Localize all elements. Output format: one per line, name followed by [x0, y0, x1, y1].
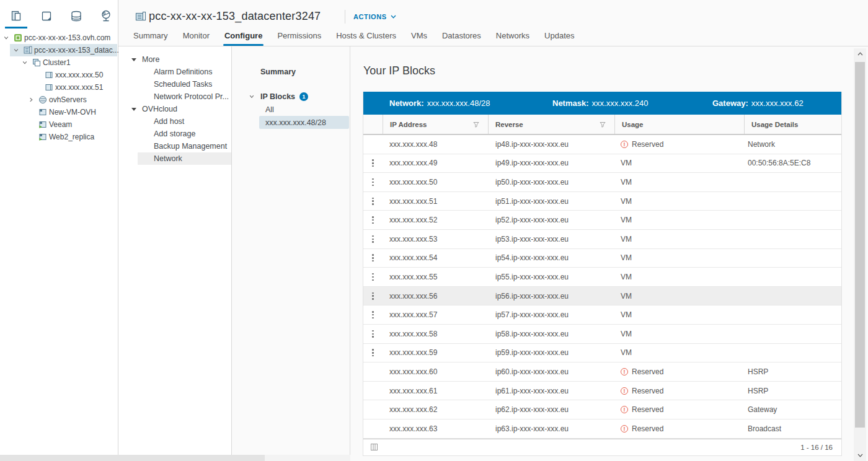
vms-and-templates-icon[interactable]	[40, 9, 53, 23]
scroll-up-arrow[interactable]	[854, 50, 866, 58]
cell-usage: !Reserved	[614, 387, 744, 395]
ipblock-item-all[interactable]: All	[259, 103, 349, 116]
tree-item-pcc-xx-xx-xx-153-ovh-com[interactable]: pcc-xx-xx-xx-153.ovh.com	[0, 32, 117, 44]
scroll-down-arrow[interactable]	[854, 451, 866, 460]
table-row-48[interactable]: xxx.xxx.xxx.48ip48.ip-xxx-xxx-xxx.eu!Res…	[363, 135, 841, 154]
vertical-scrollbar[interactable]	[854, 48, 866, 461]
row-actions-kebab[interactable]	[363, 178, 383, 186]
tree-item-label: Cluster1	[43, 58, 71, 67]
row-actions-kebab[interactable]	[363, 292, 383, 300]
tree-item-veeam[interactable]: Veeam	[0, 118, 117, 131]
cluster-icon	[32, 58, 41, 67]
row-actions-kebab[interactable]	[363, 235, 383, 243]
cell-reverse: ip53.ip-xxx-xxx-xxx.eu	[488, 235, 614, 244]
config-group-ovhcloud[interactable]: OVHcloud	[118, 103, 231, 115]
table-row-56[interactable]: xxx.xxx.xxx.56ip56.ip-xxx-xxx-xxx.euVM	[363, 287, 841, 306]
tab-datastores[interactable]: Datastores	[442, 31, 481, 46]
cell-usage: VM	[614, 330, 744, 338]
tree-item-pcc-xx-xx-xx-153-datac-[interactable]: pcc-xx-xx-xx-153_datac...	[0, 44, 117, 56]
storage-icon[interactable]	[69, 9, 83, 23]
chevron-down-icon[interactable]	[22, 60, 27, 65]
horizontal-scrollbar[interactable]	[0, 455, 350, 461]
columns-icon[interactable]	[371, 444, 378, 450]
table-row-58[interactable]: xxx.xxx.xxx.58ip58.ip-xxx-xxx-xxx.euVM	[363, 325, 841, 344]
cell-usage-details: Network	[744, 140, 841, 149]
pagination-range: 1 - 16 / 16	[800, 444, 833, 451]
cell-reverse: ip50.ip-xxx-xxx-xxx.eu	[488, 178, 614, 187]
row-actions-kebab[interactable]	[363, 216, 383, 224]
row-actions-kebab[interactable]	[363, 254, 383, 261]
table-row-59[interactable]: xxx.xxx.xxx.59ip59.ip-xxx-xxx-xxx.euVM	[363, 344, 841, 363]
filter-icon[interactable]	[600, 121, 606, 128]
datacenter-icon	[24, 46, 32, 55]
tab-summary[interactable]: Summary	[133, 31, 168, 46]
row-actions-kebab[interactable]	[363, 349, 383, 356]
column-header-usage[interactable]: Usage	[614, 115, 744, 134]
tab-vms[interactable]: VMs	[411, 31, 427, 46]
tab-configure[interactable]: Configure	[224, 31, 262, 46]
table-row-53[interactable]: xxx.xxx.xxx.53ip53.ip-xxx-xxx-xxx.euVM	[363, 230, 841, 249]
tree-item-label: xxx.xxx.xxx.50	[55, 71, 103, 79]
chevron-down-icon[interactable]	[4, 35, 9, 40]
table-row-60[interactable]: xxx.xxx.xxx.60ip60.ip-xxx-xxx-xxx.eu!Res…	[363, 362, 841, 382]
horizontal-scrollbar-thumb[interactable]	[0, 455, 265, 461]
table-row-49[interactable]: xxx.xxx.xxx.49ip49.ip-xxx-xxx-xxx.euVM00…	[363, 154, 841, 173]
tree-item-new-vm-ovh[interactable]: New-VM-OVH	[0, 106, 117, 118]
host-icon	[45, 71, 53, 79]
row-actions-kebab[interactable]	[363, 311, 383, 318]
config-item-add-storage[interactable]: Add storage	[118, 128, 231, 140]
cell-ip-address: xxx.xxx.xxx.57	[383, 310, 488, 319]
row-actions-kebab[interactable]	[363, 198, 383, 205]
config-group-more[interactable]: More	[118, 53, 231, 66]
tab-networks[interactable]: Networks	[496, 31, 529, 46]
tree-item-ovhservers[interactable]: ovhServers	[0, 94, 117, 106]
column-header-reverse[interactable]: Reverse	[488, 115, 614, 134]
network-segment: Network:xxx.xxx.xxx.48/28	[389, 92, 490, 115]
config-item-alarm-definitions[interactable]: Alarm Definitions	[118, 66, 231, 78]
filter-icon[interactable]	[473, 121, 479, 128]
column-header-usage-details[interactable]: Usage Details	[744, 115, 841, 134]
actions-button[interactable]: ACTIONS	[353, 13, 396, 20]
inventory-tree: pcc-xx-xx-xx-153.ovh.compcc-xx-xx-xx-153…	[0, 32, 117, 143]
vcenter-icon	[14, 33, 22, 42]
networking-icon[interactable]	[99, 9, 113, 23]
row-actions-kebab[interactable]	[363, 159, 383, 167]
tree-item-xxx-xxx-xxx-50[interactable]: xxx.xxx.xxx.50	[0, 69, 117, 81]
table-row-54[interactable]: xxx.xxx.xxx.54ip54.ip-xxx-xxx-xxx.euVM	[363, 249, 841, 268]
table-footer: 1 - 16 / 16	[363, 439, 841, 455]
tree-item-xxx-xxx-xxx-51[interactable]: xxx.xxx.xxx.51	[0, 81, 117, 94]
config-item-network-protocol-pr-[interactable]: Network Protocol Pr...	[118, 90, 231, 103]
config-item-add-host[interactable]: Add host	[118, 115, 231, 128]
scrollbar-thumb[interactable]	[855, 62, 865, 428]
tree-item-web2-replica[interactable]: Web2_replica	[0, 131, 117, 143]
nav-summary[interactable]: Summary	[260, 66, 296, 78]
table-row-63[interactable]: xxx.xxx.xxx.63ip63.ip-xxx-xxx-xxx.eu!Res…	[363, 419, 841, 439]
table-row-57[interactable]: xxx.xxx.xxx.57ip57.ip-xxx-xxx-xxx.euVM	[363, 305, 841, 325]
network-value: xxx.xxx.xxx.48/28	[427, 99, 490, 108]
row-actions-kebab[interactable]	[363, 273, 383, 281]
table-row-51[interactable]: xxx.xxx.xxx.51ip51.ip-xxx-xxx-xxx.euVM	[363, 192, 841, 211]
table-body: xxx.xxx.xxx.48ip48.ip-xxx-xxx-xxx.eu!Res…	[363, 135, 841, 439]
tab-updates[interactable]: Updates	[544, 31, 574, 46]
table-row-61[interactable]: xxx.xxx.xxx.61ip61.ip-xxx-xxx-xxx.eu!Res…	[363, 382, 841, 401]
netmask-segment: Netmask:xxx.xxx.xxx.240	[552, 92, 649, 115]
nav-ipblocks-group[interactable]: IP Blocks 1	[249, 90, 308, 103]
tab-monitor[interactable]: Monitor	[183, 31, 210, 46]
config-item-scheduled-tasks[interactable]: Scheduled Tasks	[118, 78, 231, 90]
cell-ip-address: xxx.xxx.xxx.62	[383, 405, 488, 414]
tab-hosts-clusters[interactable]: Hosts & Clusters	[336, 31, 396, 46]
chevron-down-icon[interactable]	[14, 48, 19, 53]
tree-item-cluster1[interactable]: Cluster1	[0, 56, 117, 69]
table-row-62[interactable]: xxx.xxx.xxx.62ip62.ip-xxx-xxx-xxx.eu!Res…	[363, 400, 841, 419]
tab-permissions[interactable]: Permissions	[277, 31, 321, 46]
chevron-right-icon[interactable]	[29, 97, 33, 102]
ipblock-item-xxx-xxx-xxx-48-28[interactable]: xxx.xxx.xxx.48/28	[259, 116, 349, 129]
hosts-and-clusters-icon[interactable]	[10, 9, 24, 23]
table-row-50[interactable]: xxx.xxx.xxx.50ip50.ip-xxx-xxx-xxx.euVM	[363, 173, 841, 192]
table-row-55[interactable]: xxx.xxx.xxx.55ip55.ip-xxx-xxx-xxx.euVM	[363, 268, 841, 287]
config-item-network[interactable]: Network	[118, 152, 231, 165]
config-item-backup-management[interactable]: Backup Management	[118, 140, 231, 152]
column-header-ip-address[interactable]: IP Address	[383, 115, 488, 134]
row-actions-kebab[interactable]	[363, 330, 383, 338]
table-row-52[interactable]: xxx.xxx.xxx.52ip52.ip-xxx-xxx-xxx.euVM	[363, 211, 841, 230]
